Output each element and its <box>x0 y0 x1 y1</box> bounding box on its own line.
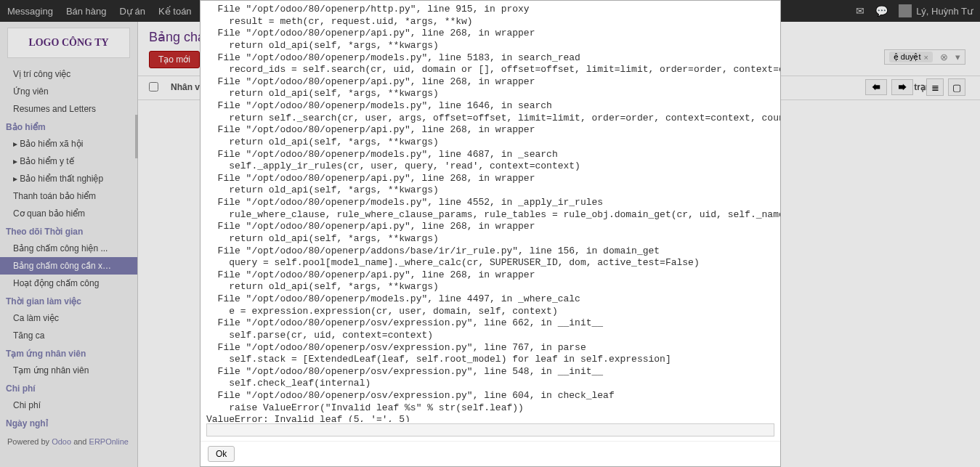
pager-prev-button[interactable]: 🡄 <box>865 79 887 95</box>
sidebar-item-overtime[interactable]: Tăng ca <box>0 327 137 344</box>
view-list-button[interactable]: ≣ <box>926 78 944 96</box>
mail-icon[interactable]: ✉ <box>856 5 864 17</box>
sidebar-item-resumes[interactable]: Resumes and Letters <box>0 100 137 118</box>
filter-remove-icon[interactable]: × <box>924 53 928 62</box>
search-filter[interactable]: ệ duyệt × ⊗ ▾ <box>884 49 965 65</box>
clear-search-icon[interactable]: ⊗ <box>937 52 951 62</box>
sidebar-item-label: Bảo hiểm xã hội <box>20 139 83 149</box>
company-logo: LOGO CÔNG TY <box>7 28 130 58</box>
filter-tag-label: ệ duyệt <box>894 52 921 62</box>
footer-odoo[interactable]: Odoo <box>52 437 71 446</box>
view-form-button[interactable]: ▢ <box>948 78 965 96</box>
sidebar-section-leave[interactable]: Ngày nghỉ <box>0 414 137 431</box>
sidebar-item-ts-approve[interactable]: Bảng chấm công cần x… <box>0 257 137 275</box>
pager-next-button[interactable]: 🡆 <box>891 79 913 95</box>
nav-sales[interactable]: Bán hàng <box>66 6 107 17</box>
avatar <box>899 4 912 17</box>
sidebar-item-advance[interactable]: Tạm ứng nhân viên <box>0 362 137 379</box>
user-name: Lý, Huỳnh Tư <box>916 6 973 17</box>
footer-erponline[interactable]: ERPOnline <box>89 437 129 446</box>
sidebar-item-bhyt[interactable]: ▸ Bảo hiểm y tế <box>0 153 137 170</box>
create-button[interactable]: Tạo mới <box>149 51 200 68</box>
ok-button[interactable]: Ok <box>208 446 235 462</box>
sidebar-item-bhxh[interactable]: ▸ Bảo hiểm xã hội <box>0 135 137 153</box>
top-right: ✉ 💬 Lý, Huỳnh Tư <box>856 4 973 17</box>
sidebar-item-job[interactable]: Vị trí công việc <box>0 65 137 83</box>
sidebar-item-label: Bảo hiểm y tế <box>20 156 73 166</box>
nav-accounting[interactable]: Kế toán <box>158 6 192 17</box>
sidebar-section-advance[interactable]: Tạm ứng nhân viên <box>0 344 137 362</box>
sidebar-item-candidate[interactable]: Ứng viên <box>0 83 137 100</box>
sidebar-item-agency[interactable]: Cơ quan bảo hiểm <box>0 205 137 222</box>
sidebar-item-label: Bảo hiểm thất nghiệp <box>20 174 103 184</box>
sidebar-item-bhtn[interactable]: ▸ Bảo hiểm thất nghiệp <box>0 170 137 187</box>
chat-icon[interactable]: 💬 <box>875 5 888 17</box>
error-dialog: File "/opt/odoo/80/openerp/http.py", lin… <box>200 0 781 467</box>
sidebar: LOGO CÔNG TY Vị trí công việc Ứng viên R… <box>0 22 138 467</box>
search-chevron-icon[interactable]: ▾ <box>955 52 960 62</box>
filter-tag: ệ duyệt × <box>889 52 933 62</box>
sidebar-section-expense[interactable]: Chi phí <box>0 379 137 397</box>
sidebar-item-shift[interactable]: Ca làm việc <box>0 309 137 327</box>
footer: Powered by Odoo and ERPOnline <box>0 431 137 452</box>
top-nav: Messaging Bán hàng Dự án Kế toán <box>7 6 192 17</box>
sidebar-section-worktime[interactable]: Thời gian làm việc <box>0 292 137 309</box>
sidebar-section-insurance[interactable]: Bảo hiểm <box>0 118 137 135</box>
nav-project[interactable]: Dự án <box>120 6 145 17</box>
select-all-checkbox[interactable] <box>149 82 158 92</box>
sidebar-section-timetrack[interactable]: Theo dõi Thời gian <box>0 222 137 240</box>
traceback-text[interactable]: File "/opt/odoo/80/openerp/http.py", lin… <box>201 1 780 422</box>
nav-messaging[interactable]: Messaging <box>7 6 53 17</box>
sidebar-item-ts-current[interactable]: Bảng chấm công hiện ... <box>0 240 137 257</box>
footer-text: and <box>71 437 89 446</box>
sidebar-item-expense[interactable]: Chi phí <box>0 397 137 414</box>
sidebar-item-ts-activity[interactable]: Hoạt động chấm công <box>0 275 137 292</box>
sidebar-item-payment[interactable]: Thanh toán bảo hiểm <box>0 187 137 205</box>
user-menu[interactable]: Lý, Huỳnh Tư <box>899 4 973 17</box>
footer-text: Powered by <box>7 437 52 446</box>
traceback-hscroll[interactable] <box>206 423 774 436</box>
pager: 🡄 🡆 ≣ ▢ <box>865 78 965 96</box>
